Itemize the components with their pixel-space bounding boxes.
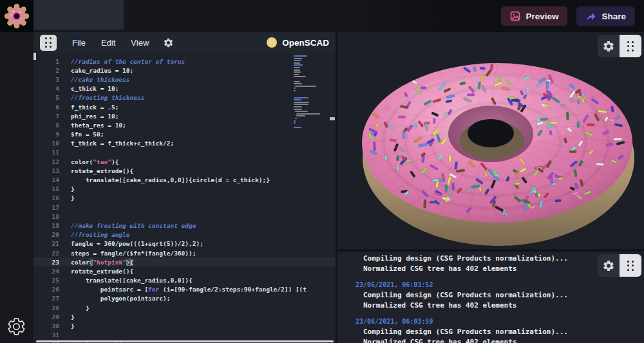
left-scroll-thumb[interactable] bbox=[33, 53, 36, 60]
minimap-line bbox=[294, 97, 308, 98]
code-line[interactable]: 16} bbox=[33, 194, 336, 203]
viewport-canvas-donut-render[interactable] bbox=[337, 32, 644, 249]
code-line[interactable]: 25 translate([cake_radius,0,0]){ bbox=[33, 276, 336, 285]
editor-tab[interactable] bbox=[33, 0, 124, 30]
engine-indicator: OpenSCAD bbox=[267, 37, 329, 48]
menu-view[interactable]: View bbox=[131, 38, 149, 48]
app-logo[interactable] bbox=[0, 0, 33, 32]
minimap-line bbox=[294, 90, 296, 91]
viewport-settings-button[interactable] bbox=[598, 35, 620, 57]
minimap-line bbox=[294, 64, 303, 66]
code-line[interactable]: 19//make frosting with constant edge bbox=[33, 221, 336, 230]
line-text: //make frosting with constant edge bbox=[71, 222, 336, 229]
settings-gear-icon bbox=[602, 40, 615, 53]
minimap-line bbox=[294, 58, 302, 59]
code-line[interactable]: 14 translate([cake_radius,0,0]){circle(d… bbox=[33, 175, 336, 184]
console-entry: 23/06/2021, 06:03:59Compiling design (CS… bbox=[355, 317, 644, 343]
code-line[interactable]: 8theta_res = 10; bbox=[33, 120, 336, 129]
code-line[interactable]: 2cake_radius = 10; bbox=[33, 66, 336, 75]
line-number: 16 bbox=[33, 194, 59, 201]
console-timestamp: 23/06/2021, 06:03:52 bbox=[355, 281, 644, 289]
code-line[interactable]: 24rotate_extrude(){ bbox=[33, 266, 336, 275]
line-number: 8 bbox=[33, 122, 59, 129]
code-line[interactable]: 13rotate_extrude(){ bbox=[33, 166, 336, 175]
code-line[interactable]: 23color("hotpink"){ bbox=[33, 257, 336, 266]
menu-edit[interactable]: Edit bbox=[101, 38, 115, 48]
code-line[interactable]: 20//frosting angle bbox=[33, 230, 336, 239]
line-text: translate([cake_radius,0,0]){ bbox=[71, 277, 336, 284]
code-line[interactable]: 29} bbox=[33, 312, 336, 321]
code-line[interactable]: 7phi_res = 10; bbox=[33, 111, 336, 120]
minimap-line bbox=[294, 106, 302, 107]
console-drag-handle[interactable] bbox=[620, 254, 641, 277]
code-area[interactable]: 1//radius of the center of torus2cake_ra… bbox=[33, 53, 336, 343]
line-number: 2 bbox=[33, 67, 59, 74]
code-line[interactable]: 27 polygon(pointsarc); bbox=[33, 294, 336, 303]
viewport-drag-handle[interactable] bbox=[620, 35, 641, 57]
line-text: rotate_extrude(){ bbox=[71, 167, 336, 174]
code-line[interactable]: 3//cake thickness bbox=[33, 75, 336, 84]
code-line[interactable]: 30} bbox=[33, 321, 336, 330]
share-button-label: Share bbox=[601, 12, 626, 21]
line-number: 21 bbox=[33, 240, 59, 247]
minimap-line bbox=[295, 118, 297, 119]
line-text: } bbox=[71, 322, 336, 329]
code-line[interactable]: 17 bbox=[33, 203, 336, 212]
code-line[interactable]: 15} bbox=[33, 185, 336, 194]
image-icon bbox=[510, 11, 520, 21]
code-line[interactable]: 18 bbox=[33, 212, 336, 221]
code-line[interactable]: 1//radius of the center of torus bbox=[33, 57, 336, 66]
line-number: 15 bbox=[33, 185, 59, 192]
code-editor-panel: File Edit View OpenSCAD 1//radius of the… bbox=[33, 32, 336, 343]
share-button[interactable]: Share bbox=[576, 6, 635, 26]
line-text: steps = fangle/($fn*(fangle/360)); bbox=[71, 250, 336, 257]
minimap-line bbox=[294, 102, 309, 103]
preview-button[interactable]: Preview bbox=[501, 6, 567, 26]
line-number: 5 bbox=[33, 94, 59, 101]
code-line[interactable]: 31 bbox=[33, 331, 336, 340]
editor-settings-button[interactable] bbox=[163, 37, 174, 48]
minimap-line bbox=[296, 113, 320, 115]
code-line[interactable]: 5//frosting thickness bbox=[33, 93, 336, 102]
editor-vertical-scrollbar[interactable] bbox=[329, 53, 336, 343]
menu-file[interactable]: File bbox=[72, 38, 86, 48]
code-line[interactable]: 4c_thick = 10; bbox=[33, 84, 336, 93]
console-panel[interactable]: 23/06/2021, 06:03:45Compiling design (CS… bbox=[337, 252, 644, 343]
line-number: 7 bbox=[33, 113, 59, 120]
workspace-settings-button[interactable] bbox=[6, 317, 26, 337]
editor-horizontal-scrollbar[interactable] bbox=[36, 340, 334, 342]
code-line[interactable]: 28 } bbox=[33, 303, 336, 312]
gear-outline-icon bbox=[6, 317, 26, 337]
line-number: 4 bbox=[33, 85, 59, 92]
line-number: 24 bbox=[33, 268, 59, 275]
line-number: 29 bbox=[33, 313, 59, 320]
share-arrow-icon bbox=[585, 11, 596, 22]
app-window: Preview Share File Edit View bbox=[0, 0, 644, 343]
code-line[interactable]: 22steps = fangle/($fn*(fangle/360)); bbox=[33, 248, 336, 257]
minimap-line bbox=[294, 67, 300, 68]
line-number: 19 bbox=[33, 222, 59, 229]
line-number: 20 bbox=[33, 231, 59, 238]
line-text: t_thick = f_thick+c_thick/2; bbox=[71, 140, 336, 147]
console-message: Compiling design (CSG Products normaliza… bbox=[355, 290, 644, 301]
line-text: color("tan"){ bbox=[71, 158, 336, 165]
line-number: 12 bbox=[33, 158, 59, 165]
code-line[interactable]: 9$fn = 50; bbox=[33, 130, 336, 139]
code-line[interactable]: 26 pointsarc = [for (i=[90-fangle/2:step… bbox=[33, 285, 336, 294]
editor-menubar: File Edit View OpenSCAD bbox=[33, 32, 336, 53]
editor-drag-handle[interactable] bbox=[40, 35, 57, 51]
line-text: } bbox=[71, 185, 336, 192]
minimap-line bbox=[294, 83, 302, 84]
console-settings-button[interactable] bbox=[598, 254, 620, 277]
minimap-line bbox=[294, 104, 308, 105]
code-line[interactable]: 11 bbox=[33, 148, 336, 157]
code-line[interactable]: 10t_thick = f_thick+c_thick/2; bbox=[33, 139, 336, 148]
scrollbar-thumb[interactable] bbox=[330, 117, 335, 120]
editor-minimap[interactable] bbox=[294, 55, 328, 129]
code-line[interactable]: 6f_thick = .5; bbox=[33, 102, 336, 111]
code-line[interactable]: 21fangle = 360/pow(((1+sqrt(5))/2),2); bbox=[33, 239, 336, 248]
code-line[interactable]: 12color("tan"){ bbox=[33, 157, 336, 166]
minimap-line bbox=[294, 122, 296, 124]
line-text: polygon(pointsarc); bbox=[71, 295, 336, 302]
console-entry: 23/06/2021, 06:03:52Compiling design (CS… bbox=[355, 281, 644, 310]
